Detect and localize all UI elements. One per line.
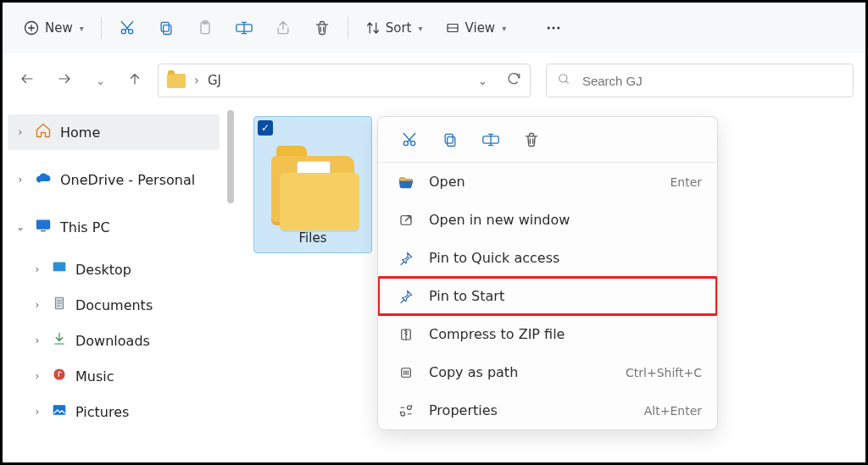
chevron-right-icon: › xyxy=(31,370,43,382)
folder-tile-files[interactable]: ✓ X Files xyxy=(253,116,372,253)
svg-point-16 xyxy=(54,369,64,379)
chevron-down-icon: ⌄ xyxy=(14,221,26,233)
svg-rect-14 xyxy=(53,263,65,271)
menu-item-label: Pin to Start xyxy=(429,288,702,304)
chevron-right-icon: › xyxy=(31,263,43,275)
chevron-right-icon: › xyxy=(14,126,26,138)
documents-icon xyxy=(52,296,67,314)
chevron-right-icon: › xyxy=(31,335,43,346)
refresh-button[interactable] xyxy=(506,71,521,90)
sidebar-item-label: This PC xyxy=(60,219,110,235)
pin-icon xyxy=(397,289,415,304)
new-button[interactable]: New ▾ xyxy=(14,14,92,42)
downloads-icon xyxy=(52,331,67,350)
separator xyxy=(101,17,102,39)
svg-point-9 xyxy=(548,27,550,30)
delete-button[interactable] xyxy=(305,11,339,45)
sidebar-item-pictures[interactable]: › Pictures xyxy=(8,394,220,429)
home-icon xyxy=(35,122,52,142)
copy-path-icon xyxy=(397,365,415,380)
up-button[interactable] xyxy=(127,71,142,90)
cut-icon[interactable] xyxy=(400,130,419,149)
scrollbar-thumb[interactable] xyxy=(227,110,234,203)
context-menu: Open Enter Open in new window Pin to Qui… xyxy=(377,116,718,430)
music-icon xyxy=(52,367,67,385)
menu-item-label: Compress to ZIP file xyxy=(429,326,702,342)
cut-button[interactable] xyxy=(110,11,144,45)
rename-button[interactable] xyxy=(227,11,261,45)
sort-button-label: Sort xyxy=(386,20,412,36)
menu-item-pin-quick-access[interactable]: Pin to Quick access xyxy=(378,239,717,277)
svg-rect-17 xyxy=(53,406,65,415)
svg-rect-13 xyxy=(37,220,50,229)
delete-icon[interactable] xyxy=(522,130,541,149)
sidebar-item-onedrive[interactable]: › OneDrive - Personal xyxy=(8,162,220,197)
chevron-right-icon: › xyxy=(31,299,43,311)
breadcrumb-current[interactable]: GJ xyxy=(208,73,221,88)
sidebar-scrollbar[interactable] xyxy=(220,108,242,462)
recent-locations-button[interactable]: ⌄ xyxy=(96,75,105,87)
sidebar-item-desktop[interactable]: › Desktop xyxy=(8,252,220,287)
sidebar-item-label: Music xyxy=(75,368,114,385)
menu-item-open[interactable]: Open Enter xyxy=(378,163,717,201)
new-button-label: New xyxy=(45,20,73,36)
back-button[interactable] xyxy=(19,71,35,90)
menu-item-shortcut: Alt+Enter xyxy=(644,404,702,418)
chevron-down-icon[interactable]: ⌄ xyxy=(478,75,487,87)
pin-icon xyxy=(397,251,415,266)
sidebar-item-this-pc[interactable]: ⌄ This PC xyxy=(8,209,220,245)
breadcrumb-separator: › xyxy=(194,73,199,88)
sidebar-item-music[interactable]: › Music xyxy=(8,358,220,394)
monitor-icon xyxy=(35,217,52,237)
open-icon xyxy=(397,174,415,191)
sidebar-item-documents[interactable]: › Documents xyxy=(8,287,220,323)
navigation-pane: › Home › OneDrive - Personal ⌄ This PC › xyxy=(3,108,220,462)
menu-item-label: Properties xyxy=(429,402,631,418)
copy-button[interactable] xyxy=(149,11,183,45)
menu-item-properties[interactable]: Properties Alt+Enter xyxy=(378,391,717,429)
sidebar-item-downloads[interactable]: › Downloads xyxy=(8,323,220,358)
sidebar-item-label: Desktop xyxy=(75,262,131,278)
explorer-body: › Home › OneDrive - Personal ⌄ This PC › xyxy=(3,108,865,462)
item-view: ✓ X Files xyxy=(242,108,865,462)
folder-icon xyxy=(167,74,186,88)
menu-item-copy-as-path[interactable]: Copy as path Ctrl+Shift+C xyxy=(378,353,717,391)
address-bar[interactable]: › GJ ⌄ xyxy=(158,64,531,97)
forward-button[interactable] xyxy=(57,71,72,90)
new-window-icon xyxy=(397,213,415,228)
search-input[interactable] xyxy=(581,73,843,89)
search-box[interactable] xyxy=(546,64,854,97)
context-menu-quick-actions xyxy=(378,117,717,163)
menu-item-label: Pin to Quick access xyxy=(429,250,702,266)
rename-icon[interactable] xyxy=(481,130,500,149)
share-button[interactable] xyxy=(266,11,300,45)
zip-icon xyxy=(397,327,415,342)
svg-rect-20 xyxy=(448,136,455,146)
menu-item-shortcut: Enter xyxy=(670,175,702,189)
sidebar-item-label: Pictures xyxy=(75,404,129,420)
selection-check-icon[interactable]: ✓ xyxy=(258,120,273,136)
menu-item-open-new-window[interactable]: Open in new window xyxy=(378,201,717,239)
chevron-down-icon: ▾ xyxy=(80,24,84,33)
sidebar-item-label: Downloads xyxy=(75,333,150,349)
sidebar-item-label: Home xyxy=(60,125,100,141)
separator xyxy=(348,17,348,39)
more-button[interactable] xyxy=(537,11,570,45)
chevron-down-icon: ▾ xyxy=(502,24,506,33)
svg-point-11 xyxy=(558,27,560,30)
view-button[interactable]: View ▾ xyxy=(437,15,515,41)
svg-rect-4 xyxy=(161,22,169,31)
address-bar-row: ⌄ › GJ ⌄ xyxy=(3,53,865,108)
chevron-right-icon: › xyxy=(14,174,26,185)
menu-item-pin-to-start[interactable]: Pin to Start xyxy=(378,277,717,315)
sort-button[interactable]: Sort ▾ xyxy=(357,15,431,41)
sidebar-item-home[interactable]: › Home xyxy=(8,114,220,150)
menu-item-compress-zip[interactable]: Compress to ZIP file xyxy=(378,315,717,353)
copy-icon[interactable] xyxy=(441,130,459,149)
svg-point-10 xyxy=(553,27,555,30)
paste-button[interactable] xyxy=(188,11,222,45)
menu-item-label: Open xyxy=(429,174,656,190)
svg-rect-3 xyxy=(163,25,170,35)
menu-item-shortcut: Ctrl+Shift+C xyxy=(626,366,702,379)
svg-rect-21 xyxy=(445,134,453,143)
